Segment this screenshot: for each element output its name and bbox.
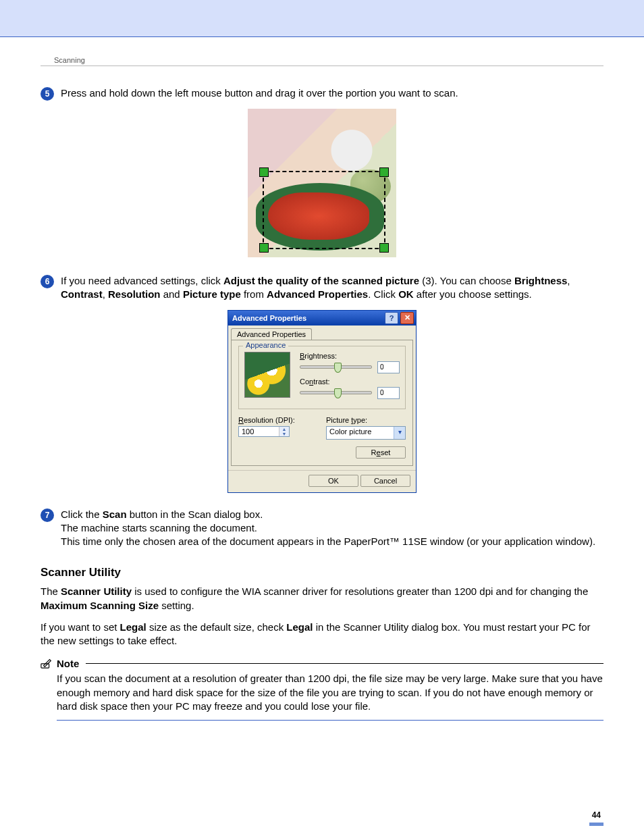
scanner-utility-p1: The Scanner Utility is used to configure…	[41, 585, 603, 613]
top-banner	[0, 0, 644, 36]
figure-advanced-properties: Advanced Properties ? ✕ Advanced Propert…	[41, 310, 603, 493]
resolution-value[interactable]: 100	[239, 427, 279, 436]
t: Maximum Scanning Size	[41, 600, 159, 611]
t: Resolution	[108, 288, 161, 300]
t: Legal	[120, 621, 146, 633]
chevron-down-icon[interactable]: ▾	[394, 427, 405, 439]
t: Brightness	[514, 275, 567, 286]
advanced-properties-dialog: Advanced Properties ? ✕ Advanced Propert…	[227, 310, 417, 493]
t: is used to configure the WIA scanner dri…	[132, 585, 588, 597]
tab-advanced-properties[interactable]: Advanced Properties	[231, 328, 312, 340]
contrast-value[interactable]: 0	[377, 387, 400, 399]
resolution-label: Resolution (DPI):	[238, 416, 318, 424]
step-number-5: 5	[41, 87, 54, 101]
breadcrumb: Scanning	[54, 56, 603, 64]
cancel-button[interactable]: Cancel	[360, 475, 410, 487]
resize-handle-top-left[interactable]	[259, 167, 269, 177]
resolution-spinner[interactable]: 100 ▲▼	[238, 426, 290, 437]
t: button in the Scan dialog box.	[127, 509, 263, 520]
t: Advanced Properties	[267, 288, 368, 300]
t: (3). You can choose	[419, 275, 514, 286]
t: Click the	[61, 509, 103, 520]
t: The	[41, 585, 61, 597]
t: ,	[567, 275, 570, 286]
t: Contrast	[61, 288, 103, 300]
close-button[interactable]: ✕	[400, 312, 414, 324]
scanner-utility-p2: If you want to set Legal size as the def…	[41, 621, 603, 648]
t: If you want to set	[41, 621, 120, 633]
brightness-slider[interactable]	[300, 365, 372, 369]
contrast-label: Contrast:	[300, 377, 400, 386]
note-heading: Note	[41, 657, 603, 669]
t: Scanner Utility	[61, 585, 132, 597]
brightness-label: Brightness:	[300, 352, 400, 360]
t: ,	[103, 288, 108, 300]
help-button[interactable]: ?	[385, 312, 398, 324]
appearance-fieldset: Appearance Brightness: 0 Contrast:	[238, 346, 406, 409]
t: size as the default size, check	[146, 621, 287, 633]
t: Legal	[286, 621, 313, 633]
dialog-title: Advanced Properties	[232, 314, 306, 322]
t: from	[241, 288, 267, 300]
step-7-text: Click the Scan button in the Scan dialog…	[61, 508, 603, 549]
step-number-6: 6	[41, 275, 54, 288]
brightness-value[interactable]: 0	[377, 361, 400, 373]
t: Scan	[103, 509, 127, 520]
page-number-wrap: 44	[41, 808, 603, 826]
dialog-tabrow: Advanced Properties	[228, 325, 416, 340]
page-number: 44	[589, 810, 603, 826]
note-rule	[86, 663, 603, 664]
breadcrumb-rule	[41, 66, 603, 66]
resize-handle-bottom-left[interactable]	[259, 243, 269, 253]
step-7: 7 Click the Scan button in the Scan dial…	[41, 508, 603, 549]
note-label: Note	[57, 658, 79, 669]
resize-handle-top-right[interactable]	[379, 167, 389, 177]
t: This time only the chosen area of the do…	[61, 536, 595, 547]
reset-button[interactable]: Reset	[356, 446, 406, 459]
t: . Click	[368, 288, 398, 300]
contrast-knob[interactable]	[334, 388, 342, 398]
step-6-text: If you need advanced settings, click Adj…	[61, 274, 603, 302]
spinner-down-icon[interactable]: ▼	[279, 432, 289, 436]
step-5: 5 Press and hold down the left mouse but…	[41, 86, 603, 101]
step-number-7: 7	[41, 509, 54, 522]
figure-selection-area	[41, 109, 603, 259]
note-pencil-icon	[41, 657, 53, 669]
dialog-titlebar[interactable]: Advanced Properties ? ✕	[228, 311, 416, 325]
selection-marquee[interactable]	[263, 171, 385, 249]
t: Adjust the quality of the scanned pictur…	[223, 275, 419, 286]
picturetype-label: Picture type:	[326, 416, 406, 424]
t: OK	[398, 288, 414, 300]
t: setting.	[159, 600, 194, 611]
note-body: If you scan the document at a resolution…	[57, 672, 603, 721]
t: The machine starts scanning the document…	[61, 522, 257, 533]
appearance-thumbnail	[244, 352, 290, 398]
t: and	[161, 288, 183, 300]
picturetype-value: Color picture	[327, 427, 394, 439]
t: If you need advanced settings, click	[61, 275, 223, 286]
brightness-knob[interactable]	[334, 363, 342, 373]
appearance-legend: Appearance	[243, 341, 288, 349]
step-5-text: Press and hold down the left mouse butto…	[61, 86, 603, 100]
scanner-utility-heading: Scanner Utility	[41, 566, 603, 579]
resize-handle-bottom-right[interactable]	[379, 243, 389, 253]
page-content: 2 Scanning 5 Press and hold down the lef…	[0, 37, 644, 834]
ok-button[interactable]: OK	[308, 475, 358, 487]
t: Picture type	[183, 288, 241, 300]
dialog-tabpanel: Appearance Brightness: 0 Contrast:	[231, 340, 413, 466]
dialog-footer: OK Cancel	[228, 470, 416, 492]
contrast-slider[interactable]	[300, 391, 372, 394]
scan-preview-image	[248, 109, 396, 257]
spinner-up-icon[interactable]: ▲	[279, 427, 289, 432]
t: after you choose settings.	[414, 288, 532, 300]
picturetype-combo[interactable]: Color picture ▾	[326, 426, 406, 440]
step-6: 6 If you need advanced settings, click A…	[41, 274, 603, 302]
